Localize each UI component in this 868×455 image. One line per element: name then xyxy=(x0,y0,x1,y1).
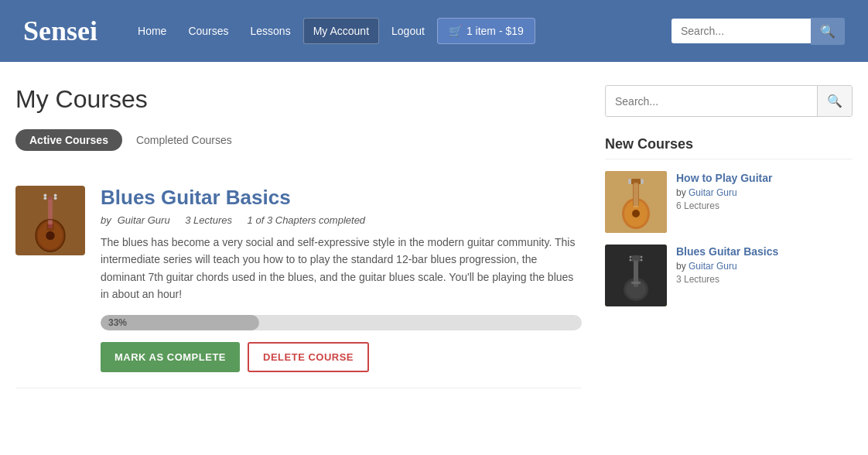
svg-point-6 xyxy=(44,193,47,197)
sidebar-guitar-1-image xyxy=(605,171,667,233)
course-author-prefix: by xyxy=(101,214,111,226)
sidebar-guitar-2-image xyxy=(605,245,667,306)
sidebar-course-2-title[interactable]: Blues Guitar Basics xyxy=(676,245,853,258)
nav-lessons[interactable]: Lessons xyxy=(241,19,300,43)
course-actions: MARK AS COMPLETE DELETE COURSE xyxy=(101,342,582,372)
svg-point-34 xyxy=(641,256,643,258)
course-thumbnail xyxy=(15,186,85,255)
mark-complete-button[interactable]: MARK AS COMPLETE xyxy=(101,342,240,372)
nav-home[interactable]: Home xyxy=(128,19,176,43)
new-courses-title: New Courses xyxy=(605,136,853,159)
sidebar-search-button[interactable]: 🔍 xyxy=(817,86,852,116)
cart-button[interactable]: 🛒 1 item - $19 xyxy=(437,18,535,44)
sidebar-course-1-author: by Guitar Guru xyxy=(676,187,853,198)
sidebar-course-2-lectures: 3 Lectures xyxy=(676,274,853,285)
new-courses-section: New Courses xyxy=(605,136,853,306)
course-lectures-dot xyxy=(176,214,179,226)
right-sidebar: 🔍 New Courses xyxy=(605,85,853,432)
progress-label: 33% xyxy=(108,317,127,328)
course-lectures: 3 Lectures xyxy=(185,214,232,226)
guitar-image xyxy=(23,188,77,254)
svg-point-23 xyxy=(641,181,644,184)
course-chapters: 1 of 3 Chapters completed xyxy=(248,214,365,226)
header-search-input[interactable] xyxy=(672,19,811,43)
course-author: Guitar Guru xyxy=(118,214,170,226)
header-search-button[interactable]: 🔍 xyxy=(811,18,845,45)
nav-courses[interactable]: Courses xyxy=(179,19,238,43)
sidebar-search-input[interactable] xyxy=(606,87,817,115)
course-card: Blues Guitar Basics by Guitar Guru 3 Lec… xyxy=(15,170,582,388)
left-column: My Courses Active Courses Completed Cour… xyxy=(15,85,582,432)
sidebar-course-2-thumb xyxy=(605,245,667,306)
sidebar-course-1-details: How to Play Guitar by Guitar Guru 6 Lect… xyxy=(676,171,853,211)
sidebar-search: 🔍 xyxy=(605,85,853,117)
progress-bar-background: 33% xyxy=(101,315,582,330)
course-description: The blues has become a very social and s… xyxy=(101,234,582,303)
course-title[interactable]: Blues Guitar Basics xyxy=(101,186,582,210)
sidebar-course-2-author: by Guitar Guru xyxy=(676,261,853,272)
sidebar-course-1-author-link[interactable]: Guitar Guru xyxy=(689,187,737,198)
svg-point-35 xyxy=(641,259,643,262)
main-content: My Courses Active Courses Completed Cour… xyxy=(0,62,868,455)
svg-point-7 xyxy=(44,197,47,200)
course-info: Blues Guitar Basics by Guitar Guru 3 Lec… xyxy=(101,186,582,372)
sidebar-course-2-author-link[interactable]: Guitar Guru xyxy=(689,261,737,272)
sidebar-course-1-title[interactable]: How to Play Guitar xyxy=(676,171,853,185)
main-nav: Home Courses Lessons My Account Logout 🛒… xyxy=(128,18,648,44)
sidebar-course-2-details: Blues Guitar Basics by Guitar Guru 3 Lec… xyxy=(676,245,853,285)
svg-point-21 xyxy=(628,181,631,184)
sidebar-course-2: Blues Guitar Basics by Guitar Guru 3 Lec… xyxy=(605,245,853,306)
page-title: My Courses xyxy=(15,85,582,114)
header-search: 🔍 xyxy=(672,18,845,45)
course-tabs: Active Courses Completed Courses xyxy=(15,129,582,151)
site-logo[interactable]: Sensei xyxy=(23,15,97,47)
sidebar-course-1: How to Play Guitar by Guitar Guru 6 Lect… xyxy=(605,171,853,233)
svg-point-33 xyxy=(630,259,632,262)
svg-point-8 xyxy=(54,193,57,197)
nav-my-account[interactable]: My Account xyxy=(303,18,379,44)
svg-point-9 xyxy=(54,197,57,200)
sidebar-course-1-thumb xyxy=(605,171,667,233)
course-meta-dot xyxy=(238,214,241,226)
course-meta: by Guitar Guru 3 Lectures 1 of 3 Chapter… xyxy=(101,214,582,226)
delete-course-button[interactable]: DELETE COURSE xyxy=(248,342,369,372)
svg-point-2 xyxy=(46,231,54,239)
sidebar-course-1-lectures: 6 Lectures xyxy=(676,200,853,211)
cart-icon: 🛒 xyxy=(449,25,462,37)
header: Sensei Home Courses Lessons My Account L… xyxy=(0,0,868,62)
svg-point-32 xyxy=(630,256,632,258)
svg-point-17 xyxy=(632,210,640,217)
progress-container: 33% xyxy=(101,315,582,330)
nav-logout[interactable]: Logout xyxy=(382,19,434,43)
cart-label: 1 item - $19 xyxy=(466,25,524,37)
tab-active-courses[interactable]: Active Courses xyxy=(15,129,122,151)
tab-completed-courses[interactable]: Completed Courses xyxy=(122,129,246,151)
